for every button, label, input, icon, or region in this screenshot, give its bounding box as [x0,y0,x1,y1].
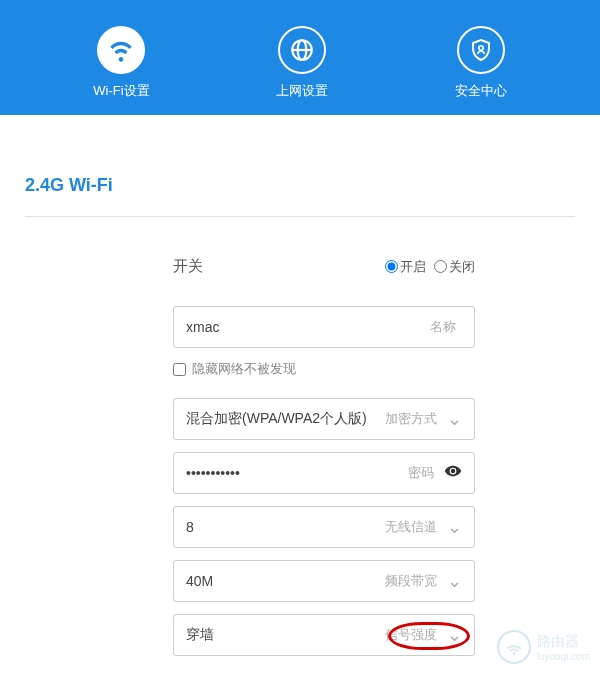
chevron-down-icon: ⌄ [447,408,462,430]
signal-value[interactable] [186,627,385,643]
bandwidth-value[interactable] [186,573,385,589]
ssid-hint: 名称 [430,318,456,336]
tab-security-label: 安全中心 [455,82,507,100]
signal-hint: 信号强度 [385,626,437,644]
wifi-form: 开关 开启 关闭 名称 隐藏网络不被发现 加密方式 ⌄ 密码 [25,257,575,676]
tab-security-center[interactable]: 安全中心 [455,26,507,100]
active-tab-arrow [107,100,135,114]
wifi-icon [97,26,145,74]
password-input[interactable] [186,465,408,481]
chevron-down-icon: ⌄ [447,624,462,646]
tab-wifi-settings[interactable]: Wi-Fi设置 [93,26,149,100]
switch-label: 开关 [173,257,377,276]
eye-icon[interactable] [444,462,462,484]
globe-icon [278,26,326,74]
ssid-input[interactable] [186,319,430,335]
switch-row: 开关 开启 关闭 [173,257,475,276]
channel-hint: 无线信道 [385,518,437,536]
switch-off-label: 关闭 [449,258,475,276]
content-area: 2.4G Wi-Fi 开关 开启 关闭 名称 隐藏网络不被发现 加密方式 ⌄ [0,115,600,676]
switch-on-radio[interactable] [385,260,398,273]
ssid-field[interactable]: 名称 [173,306,475,348]
header-nav: Wi-Fi设置 上网设置 安全中心 [0,0,600,115]
switch-off-radio[interactable] [434,260,447,273]
shield-icon [457,26,505,74]
divider [25,216,575,217]
watermark: 路由器 luyouqi.com [497,630,590,664]
watermark-icon [497,630,531,664]
password-hint: 密码 [408,464,434,482]
watermark-url: luyouqi.com [537,651,590,662]
encryption-field[interactable]: 加密方式 ⌄ [173,398,475,440]
chevron-down-icon: ⌄ [447,570,462,592]
encryption-value[interactable] [186,411,385,427]
watermark-brand: 路由器 [537,633,590,651]
signal-strength-field[interactable]: 信号强度 ⌄ [173,614,475,656]
password-field[interactable]: 密码 [173,452,475,494]
switch-radio-group: 开启 关闭 [377,258,475,276]
tab-internet-settings[interactable]: 上网设置 [276,26,328,100]
bandwidth-field[interactable]: 频段带宽 ⌄ [173,560,475,602]
hide-network-label: 隐藏网络不被发现 [192,360,296,378]
section-title: 2.4G Wi-Fi [25,175,575,196]
svg-point-4 [512,652,515,655]
channel-field[interactable]: 无线信道 ⌄ [173,506,475,548]
svg-point-3 [478,45,482,49]
encryption-hint: 加密方式 [385,410,437,428]
switch-on-label: 开启 [400,258,426,276]
tab-internet-label: 上网设置 [276,82,328,100]
bandwidth-hint: 频段带宽 [385,572,437,590]
hide-network-row[interactable]: 隐藏网络不被发现 [173,360,475,378]
channel-value[interactable] [186,519,385,535]
chevron-down-icon: ⌄ [447,516,462,538]
tab-wifi-label: Wi-Fi设置 [93,82,149,100]
hide-network-checkbox[interactable] [173,363,186,376]
